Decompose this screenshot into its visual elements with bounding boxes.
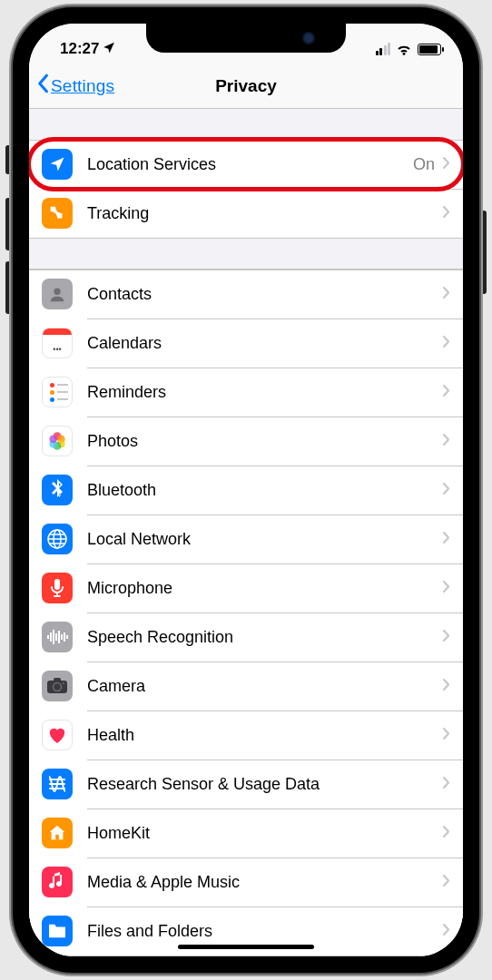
- section-privacy-apps: Contacts•••CalendarsRemindersPhotosBluet…: [29, 269, 463, 956]
- row-research[interactable]: Research Sensor & Usage Data: [29, 760, 463, 808]
- notch: [146, 24, 346, 53]
- back-label: Settings: [51, 76, 114, 96]
- svg-rect-15: [61, 634, 63, 640]
- row-camera[interactable]: Camera: [29, 662, 463, 710]
- home-indicator[interactable]: [178, 945, 314, 949]
- row-photos[interactable]: Photos: [29, 416, 463, 466]
- svg-rect-17: [66, 635, 68, 639]
- row-label: Photos: [87, 432, 442, 451]
- row-reminders[interactable]: Reminders: [29, 368, 463, 416]
- battery-icon: [418, 44, 441, 55]
- photos-icon: [42, 426, 73, 456]
- row-mic[interactable]: Microphone: [29, 564, 463, 612]
- chevron-right-icon: [442, 580, 450, 597]
- svg-point-6: [49, 436, 57, 444]
- row-speech[interactable]: Speech Recognition: [29, 612, 463, 662]
- row-label: Location Services: [87, 155, 413, 174]
- camera-icon: [42, 671, 73, 701]
- chevron-left-icon: [36, 74, 49, 98]
- svg-rect-14: [58, 631, 60, 643]
- row-localnet[interactable]: Local Network: [29, 514, 463, 564]
- health-icon: [42, 720, 73, 750]
- chevron-right-icon: [442, 678, 450, 695]
- chevron-right-icon: [442, 727, 450, 744]
- reminders-icon: [42, 377, 73, 407]
- row-contacts[interactable]: Contacts: [29, 270, 463, 318]
- chevron-right-icon: [442, 384, 450, 401]
- chevron-right-icon: [442, 433, 450, 450]
- calendars-icon: •••: [42, 328, 73, 358]
- chevron-right-icon: [442, 531, 450, 548]
- svg-point-0: [54, 289, 60, 295]
- row-label: Speech Recognition: [87, 628, 442, 647]
- row-label: Files and Folders: [87, 922, 442, 941]
- row-label: Microphone: [87, 579, 442, 598]
- row-label: Contacts: [87, 285, 442, 304]
- svg-rect-16: [64, 632, 65, 642]
- svg-rect-12: [53, 630, 54, 644]
- signal-icon: [376, 43, 391, 55]
- row-media[interactable]: Media & Apple Music: [29, 858, 463, 906]
- svg-rect-19: [54, 678, 61, 682]
- chevron-right-icon: [442, 286, 450, 303]
- wifi-icon: [396, 43, 412, 55]
- back-button[interactable]: Settings: [36, 74, 114, 98]
- mic-icon: [42, 573, 73, 603]
- row-label: Camera: [87, 677, 442, 696]
- chevron-right-icon: [442, 205, 450, 222]
- chevron-right-icon: [442, 776, 450, 793]
- row-calendars[interactable]: •••Calendars: [29, 318, 463, 368]
- content-scroll[interactable]: Location ServicesOnTracking Contacts•••C…: [29, 109, 463, 956]
- row-label: Local Network: [87, 530, 442, 549]
- chevron-right-icon: [442, 156, 450, 173]
- chevron-right-icon: [442, 335, 450, 352]
- row-location[interactable]: Location ServicesOn: [29, 140, 463, 189]
- research-icon: [42, 769, 73, 799]
- row-label: Tracking: [87, 204, 442, 223]
- chevron-right-icon: [442, 825, 450, 842]
- media-icon: [42, 867, 73, 897]
- row-value: On: [413, 155, 435, 174]
- screen: 12:27 Settings Privacy: [29, 24, 463, 956]
- status-time: 12:27: [60, 40, 99, 58]
- chevron-right-icon: [442, 874, 450, 891]
- row-homekit[interactable]: HomeKit: [29, 808, 463, 858]
- row-label: HomeKit: [87, 824, 442, 843]
- row-label: Calendars: [87, 334, 442, 353]
- chevron-right-icon: [442, 482, 450, 499]
- svg-rect-10: [47, 635, 49, 639]
- phone-frame: 12:27 Settings Privacy: [13, 7, 479, 973]
- row-label: Research Sensor & Usage Data: [87, 775, 442, 794]
- localnet-icon: [42, 524, 73, 554]
- svg-rect-22: [55, 835, 59, 840]
- row-tracking[interactable]: Tracking: [29, 189, 463, 238]
- chevron-right-icon: [442, 629, 450, 646]
- location-arrow-icon: [103, 40, 115, 58]
- row-label: Media & Apple Music: [87, 873, 442, 892]
- tracking-icon: [42, 198, 73, 229]
- nav-bar: Settings Privacy: [29, 64, 463, 109]
- svg-rect-11: [50, 632, 52, 642]
- row-label: Health: [87, 726, 442, 745]
- row-label: Bluetooth: [87, 481, 442, 500]
- bluetooth-icon: [42, 475, 73, 505]
- files-icon: [42, 916, 73, 946]
- row-label: Reminders: [87, 383, 442, 402]
- row-health[interactable]: Health: [29, 710, 463, 760]
- chevron-right-icon: [442, 923, 450, 940]
- location-icon: [42, 149, 73, 180]
- svg-rect-13: [55, 633, 57, 641]
- svg-rect-9: [54, 579, 60, 590]
- section-location-tracking: Location ServicesOnTracking: [29, 140, 463, 238]
- contacts-icon: [42, 279, 73, 309]
- row-bluetooth[interactable]: Bluetooth: [29, 466, 463, 514]
- speech-icon: [42, 622, 73, 652]
- homekit-icon: [42, 818, 73, 848]
- svg-point-21: [63, 682, 64, 684]
